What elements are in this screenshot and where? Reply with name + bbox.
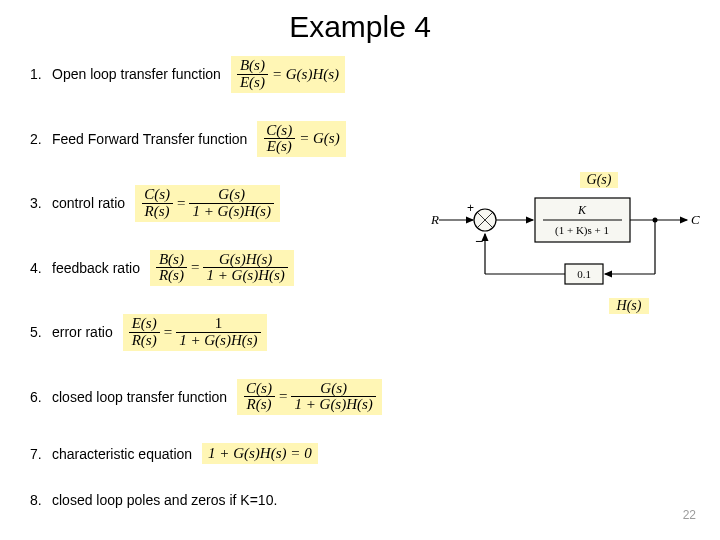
label: characteristic equation: [52, 446, 192, 462]
label: Open loop transfer function: [52, 66, 221, 82]
label: error ratio: [52, 324, 113, 340]
minus-sign: −: [475, 233, 483, 249]
formula: E(s)R(s) = 11 + G(s)H(s): [123, 314, 267, 351]
label: closed loop poles and zeros if K=10.: [52, 492, 277, 508]
formula: C(s)E(s) = G(s): [257, 121, 345, 158]
plus-sign: +: [467, 201, 474, 215]
item-closed-loop-poles: closed loop poles and zeros if K=10.: [30, 492, 690, 508]
page-number: 22: [683, 508, 696, 522]
formula: 1 + G(s)H(s) = 0: [202, 443, 318, 464]
h-value: 0.1: [577, 268, 591, 280]
block-diagram: G(s) H(s) R + − K (1 + K)s + 1 C 0.1: [425, 170, 700, 320]
h-label: H(s): [616, 298, 642, 314]
formula: B(s)E(s) = G(s)H(s): [231, 56, 345, 93]
input-label: R: [430, 212, 439, 227]
label: Feed Forward Transfer function: [52, 131, 247, 147]
item-closed-loop-tf: closed loop transfer function C(s)R(s) =…: [30, 379, 690, 416]
item-feed-forward: Feed Forward Transfer function C(s)E(s) …: [30, 121, 690, 158]
label: feedback ratio: [52, 260, 140, 276]
g-denominator: (1 + K)s + 1: [555, 224, 609, 237]
g-numerator: K: [577, 203, 587, 217]
page-title: Example 4: [30, 10, 690, 44]
item-characteristic-eq: characteristic equation 1 + G(s)H(s) = 0: [30, 443, 690, 464]
label: control ratio: [52, 195, 125, 211]
output-label: C: [691, 212, 700, 227]
g-label: G(s): [587, 172, 612, 188]
formula: C(s)R(s) = G(s)1 + G(s)H(s): [237, 379, 382, 416]
label: closed loop transfer function: [52, 389, 227, 405]
item-open-loop: Open loop transfer function B(s)E(s) = G…: [30, 56, 690, 93]
formula: B(s)R(s) = G(s)H(s)1 + G(s)H(s): [150, 250, 294, 287]
formula: C(s)R(s) = G(s)1 + G(s)H(s): [135, 185, 280, 222]
